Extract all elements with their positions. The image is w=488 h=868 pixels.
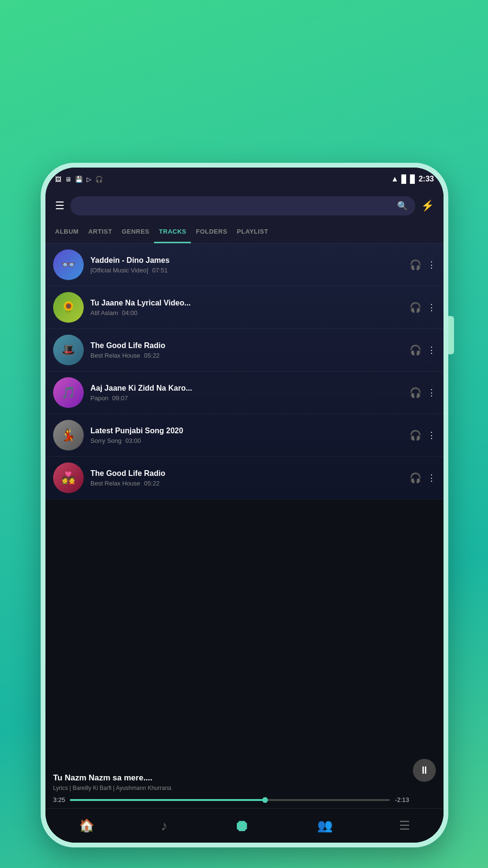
track-actions-6: 🎧 ⋮ bbox=[410, 472, 436, 484]
track-info-1: Yaddein - Dino James [Official Music Vid… bbox=[90, 256, 403, 274]
current-time: 3:25 bbox=[53, 796, 65, 803]
track-thumb-3: 🎩 bbox=[53, 335, 84, 365]
track-item-6[interactable]: 💑 The Good Life Radio Best Relax House 0… bbox=[45, 457, 444, 499]
tab-genres[interactable]: GENRES bbox=[117, 221, 154, 243]
now-playing-bar: Tu Nazm Nazm sa mere.... Lyrics | Bareil… bbox=[45, 767, 444, 808]
track-item-4[interactable]: 🎵 Aaj Jaane Ki Zidd Na Karo... Papon 09:… bbox=[45, 372, 444, 414]
track-thumb-emoji-4: 🎵 bbox=[61, 386, 76, 399]
play-circle-icon: ⏺ bbox=[234, 816, 250, 835]
track-artist-4: Papon bbox=[90, 395, 109, 402]
track-title-6: The Good Life Radio bbox=[90, 469, 403, 478]
track-artist-3: Best Relax House bbox=[90, 352, 140, 359]
track-artist-1: [Official Music Video] bbox=[90, 267, 148, 274]
track-meta-1: [Official Music Video] 07:51 bbox=[90, 267, 403, 274]
track-thumb-emoji-2: 🌻 bbox=[61, 301, 76, 314]
more-icon-3[interactable]: ⋮ bbox=[427, 345, 436, 355]
more-icon-4[interactable]: ⋮ bbox=[427, 387, 436, 398]
track-title-4: Aaj Jaane Ki Zidd Na Karo... bbox=[90, 384, 403, 393]
track-item-3[interactable]: 🎩 The Good Life Radio Best Relax House 0… bbox=[45, 329, 444, 372]
track-meta-2: Atif Aslam 04:00 bbox=[90, 309, 403, 316]
headphone-icon-3[interactable]: 🎧 bbox=[410, 344, 421, 356]
track-meta-3: Best Relax House 05:22 bbox=[90, 352, 403, 359]
wifi-icon: ▲ bbox=[391, 175, 399, 183]
np-content-row: Tu Nazm Nazm sa mere.... Lyrics | Bareil… bbox=[53, 773, 436, 803]
nav-music[interactable]: ♪ bbox=[161, 818, 167, 834]
track-title-2: Tu Jaane Na Lyrical Video... bbox=[90, 299, 403, 307]
track-thumb-5: 💃 bbox=[53, 420, 84, 451]
track-artist-2: Atif Aslam bbox=[90, 309, 118, 316]
status-icons: 🖼 🖥 💾 ▷ 🎧 bbox=[55, 176, 103, 183]
track-thumb-emoji-5: 💃 bbox=[61, 428, 76, 442]
track-thumb-emoji-6: 💑 bbox=[61, 471, 76, 485]
track-item-1[interactable]: 👓 Yaddein - Dino James [Official Music V… bbox=[45, 244, 444, 286]
headphone-icon-5[interactable]: 🎧 bbox=[410, 429, 421, 441]
track-info-2: Tu Jaane Na Lyrical Video... Atif Aslam … bbox=[90, 299, 403, 316]
tab-tracks[interactable]: TRACKS bbox=[154, 221, 191, 243]
more-icon-5[interactable]: ⋮ bbox=[427, 430, 436, 440]
tabs-row: ALBUM ARTIST GENRES TRACKS FOLDERS PLAYL… bbox=[45, 221, 444, 244]
tab-artist[interactable]: ARTIST bbox=[83, 221, 117, 243]
progress-row: 3:25 -2:13 bbox=[53, 796, 409, 803]
track-actions-4: 🎧 ⋮ bbox=[410, 387, 436, 398]
nav-artists[interactable]: 👥 bbox=[317, 818, 333, 833]
track-duration-6: 05:22 bbox=[144, 480, 160, 487]
artists-icon: 👥 bbox=[317, 818, 333, 833]
music-note-icon: ♪ bbox=[161, 818, 167, 834]
menu-button[interactable]: ☰ bbox=[55, 200, 65, 212]
tab-album[interactable]: ALBUM bbox=[50, 221, 83, 243]
track-actions-2: 🎧 ⋮ bbox=[410, 302, 436, 313]
status-icon-monitor: 🖥 bbox=[65, 176, 71, 183]
status-time: 2:33 bbox=[419, 175, 434, 183]
home-icon: 🏠 bbox=[79, 818, 94, 833]
nav-play[interactable]: ⏺ bbox=[234, 816, 250, 835]
equalizer-button[interactable]: ⚡ bbox=[421, 200, 434, 212]
side-button bbox=[448, 316, 454, 354]
track-duration-2: 04:00 bbox=[122, 309, 138, 316]
status-icon-storage: 💾 bbox=[75, 176, 83, 183]
search-icon[interactable]: 🔍 bbox=[397, 201, 408, 211]
more-icon-1[interactable]: ⋮ bbox=[427, 259, 436, 270]
track-list-inner: 👓 Yaddein - Dino James [Official Music V… bbox=[45, 244, 444, 499]
signal-icon: ▊ bbox=[401, 175, 407, 184]
pause-button[interactable]: ⏸ bbox=[413, 759, 436, 782]
tab-playlist[interactable]: PLAYLIST bbox=[232, 221, 273, 243]
track-thumb-6: 💑 bbox=[53, 462, 84, 493]
headphone-icon-2[interactable]: 🎧 bbox=[410, 302, 421, 313]
status-icon-image: 🖼 bbox=[55, 176, 61, 183]
now-playing-subtitle: Lyrics | Bareilly Ki Barfi | Ayushmann K… bbox=[53, 785, 409, 791]
search-bar[interactable]: 🔍 bbox=[70, 196, 415, 215]
phone-screen: 🖼 🖥 💾 ▷ 🎧 ▲ ▊ ▊ 2:33 ☰ bbox=[45, 168, 444, 843]
track-item-2[interactable]: 🌻 Tu Jaane Na Lyrical Video... Atif Asla… bbox=[45, 286, 444, 329]
track-meta-6: Best Relax House 05:22 bbox=[90, 480, 403, 487]
nav-queue[interactable]: ☰ bbox=[399, 818, 410, 833]
queue-icon: ☰ bbox=[399, 818, 410, 833]
more-icon-2[interactable]: ⋮ bbox=[427, 302, 436, 313]
track-artist-6: Best Relax House bbox=[90, 480, 140, 487]
track-duration-1: 07:51 bbox=[152, 267, 168, 274]
progress-bar[interactable] bbox=[70, 799, 390, 801]
nav-home[interactable]: 🏠 bbox=[79, 818, 94, 833]
headphone-icon-4[interactable]: 🎧 bbox=[410, 387, 421, 398]
status-icon-headphone: 🎧 bbox=[95, 176, 103, 183]
track-info-5: Latest Punjabi Song 2020 Sorry Song 03:0… bbox=[90, 427, 403, 444]
track-thumb-1: 👓 bbox=[53, 249, 84, 280]
progress-fill bbox=[70, 799, 265, 801]
track-thumb-emoji-1: 👓 bbox=[61, 258, 76, 271]
remaining-time: -2:13 bbox=[395, 796, 409, 803]
track-actions-1: 🎧 ⋮ bbox=[410, 259, 436, 271]
headphone-icon-6[interactable]: 🎧 bbox=[410, 472, 421, 484]
headphone-icon-1[interactable]: 🎧 bbox=[410, 259, 421, 271]
more-icon-6[interactable]: ⋮ bbox=[427, 473, 436, 483]
track-actions-3: 🎧 ⋮ bbox=[410, 344, 436, 356]
track-duration-3: 05:22 bbox=[144, 352, 160, 359]
phone-outer: 🖼 🖥 💾 ▷ 🎧 ▲ ▊ ▊ 2:33 ☰ bbox=[41, 163, 448, 847]
track-title-5: Latest Punjabi Song 2020 bbox=[90, 427, 403, 435]
track-artist-5: Sorry Song bbox=[90, 437, 122, 444]
status-bar: 🖼 🖥 💾 ▷ 🎧 ▲ ▊ ▊ 2:33 bbox=[45, 168, 444, 191]
track-title-1: Yaddein - Dino James bbox=[90, 256, 403, 265]
track-item-5[interactable]: 💃 Latest Punjabi Song 2020 Sorry Song 03… bbox=[45, 414, 444, 457]
now-playing-title: Tu Nazm Nazm sa mere.... bbox=[53, 773, 409, 783]
track-duration-5: 03:00 bbox=[125, 437, 141, 444]
track-actions-5: 🎧 ⋮ bbox=[410, 429, 436, 441]
tab-folders[interactable]: FOLDERS bbox=[191, 221, 232, 243]
